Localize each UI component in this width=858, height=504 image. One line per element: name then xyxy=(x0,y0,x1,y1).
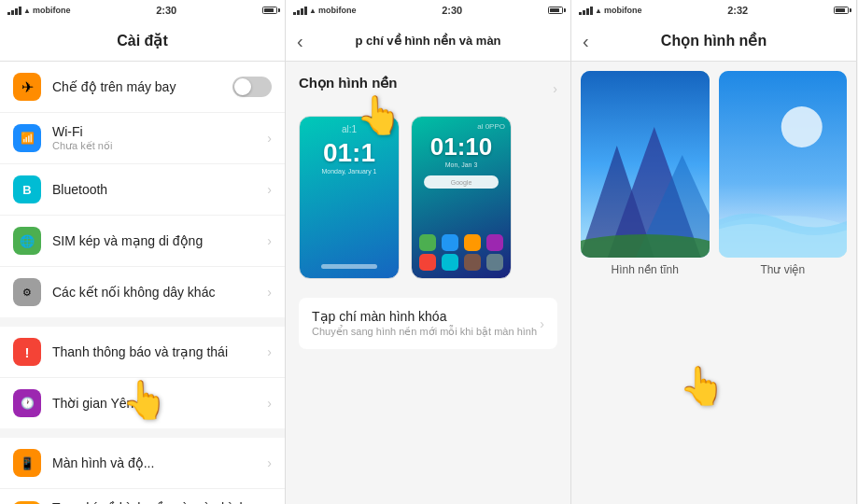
airplane-icon: ✈ xyxy=(13,73,41,101)
library-wallpaper-label: Thư viện xyxy=(760,263,805,276)
group-display: 📱 Màn hình và độ... › 🖼 Tạp chí về hình … xyxy=(0,438,285,504)
item-content-notifications: Thanh thông báo và trạng thái xyxy=(52,344,263,359)
item-content-airplane: Chế độ trên máy bay xyxy=(52,79,232,94)
preview-indicator-1 xyxy=(321,264,377,269)
panel-settings: ▲ mobifone 2:30 Cài đặt ✈ Chế độ trên má… xyxy=(0,0,286,504)
chevron-magazine: › xyxy=(540,316,544,331)
item-content-quiet: Thời gian Yên tĩnh xyxy=(52,396,263,411)
panel-wallpaper: ▲ mobifone 2:30 ‹ p chí về hình nền và m… xyxy=(286,0,571,504)
static-wallpaper-label: Hình nền tĩnh xyxy=(612,263,679,276)
item-wallpaper[interactable]: 🖼 Tạp chí về hình nền và màn hình khóa › xyxy=(0,489,285,504)
wallpaper-svg-library xyxy=(719,71,848,258)
section-title-choose: Chọn hình nền xyxy=(299,75,397,91)
item-label-sim: SIM kép và mạng di động xyxy=(52,233,263,248)
wallpaper-content: Chọn hình nền › al:1 01:1 Monday, Januar… xyxy=(286,62,570,504)
preview-time-2: 01:10 xyxy=(430,133,493,161)
app-4 xyxy=(486,234,503,251)
preview-search-label: Google xyxy=(451,179,472,186)
svg-point-6 xyxy=(781,106,822,147)
item-connections[interactable]: ⚙ Các kết nối không dây khác › xyxy=(0,267,285,317)
item-notifications[interactable]: ! Thanh thông báo và trạng thái › xyxy=(0,327,285,378)
preview-search-2: Google xyxy=(424,175,499,189)
battery-icon xyxy=(262,7,277,14)
item-sim[interactable]: 🌐 SIM kép và mạng di động › xyxy=(0,216,285,267)
item-wifi[interactable]: 📶 Wi-Fi Chưa kết nối › xyxy=(0,113,285,164)
battery-icon-2 xyxy=(548,7,563,14)
status-left-2: ▲ mobifone xyxy=(293,6,356,15)
choose-item-library[interactable]: Thư viện xyxy=(719,71,848,276)
app-2 xyxy=(442,234,458,251)
magazine-row[interactable]: Tạp chí màn hình khóa Chuyển sang hình n… xyxy=(299,298,557,349)
app-7 xyxy=(464,254,481,271)
app-6 xyxy=(442,254,458,271)
preview-lockscreen[interactable]: al:1 01:1 Monday, January 1 xyxy=(299,116,400,279)
toggle-knob xyxy=(234,78,251,95)
item-label-notifications: Thanh thông báo và trạng thái xyxy=(52,344,263,359)
carrier-icon-2: ▲ xyxy=(309,7,316,15)
item-content-sim: SIM kép và mạng di động xyxy=(52,233,263,248)
item-content-display: Màn hình và độ... xyxy=(52,455,263,470)
nav-bar-2: ‹ p chí về hình nền và màn xyxy=(286,21,570,62)
item-label-connections: Các kết nối không dây khác xyxy=(52,285,263,300)
battery-icon-3 xyxy=(834,7,849,14)
status-bar-1: ▲ mobifone 2:30 xyxy=(0,0,285,21)
app-3 xyxy=(464,234,481,251)
signal-icon xyxy=(7,7,21,15)
back-button-2[interactable]: ‹ xyxy=(297,32,303,50)
choose-wallpaper-row[interactable]: Chọn hình nền › xyxy=(299,75,557,103)
item-airplane[interactable]: ✈ Chế độ trên máy bay xyxy=(0,62,285,113)
chevron-quiet: › xyxy=(267,396,272,411)
back-button-3[interactable]: ‹ xyxy=(583,32,589,50)
thumb-library xyxy=(719,71,848,258)
wallpaper-grid: Hình nền tĩnh xyxy=(581,71,847,276)
choose-item-static[interactable]: Hình nền tĩnh xyxy=(581,71,710,276)
item-display[interactable]: 📱 Màn hình và độ... › xyxy=(0,438,285,489)
time-2: 2:30 xyxy=(442,5,462,16)
wallpaper-previews: al:1 01:1 Monday, January 1 al 0PPO 01:1… xyxy=(299,116,557,279)
panel-choose-wallpaper: ▲ mobifone 2:32 ‹ Chọn hình nền xyxy=(571,0,857,504)
time-3: 2:32 xyxy=(727,5,748,16)
page-title-2: p chí về hình nền và màn xyxy=(355,34,500,48)
page-title-1: Cài đặt xyxy=(117,32,167,49)
preview-homescreen[interactable]: al 0PPO 01:10 Mon, Jan 3 Google xyxy=(411,116,512,279)
preview-apps xyxy=(412,234,511,278)
item-content-connections: Các kết nối không dây khác xyxy=(52,285,263,300)
preview-status-2: al 0PPO xyxy=(477,122,511,131)
item-label-wallpaper: Tạp chí về hình nền và màn hình khóa xyxy=(52,500,263,504)
item-label-quiet: Thời gian Yên tĩnh xyxy=(52,396,263,411)
magazine-subtitle: Chuyển sang hình nền mới mỗi khi bật màn… xyxy=(312,326,537,338)
status-left-3: ▲ mobifone xyxy=(579,6,641,15)
notifications-icon: ! xyxy=(13,338,41,366)
airplane-toggle[interactable] xyxy=(232,77,272,97)
signal-icon-3 xyxy=(579,7,593,15)
thumb-static-bg xyxy=(581,71,710,258)
page-title-3: Chọn hình nền xyxy=(661,32,767,49)
nav-bar-1: Cài đặt xyxy=(0,21,285,62)
item-label-wifi: Wi-Fi xyxy=(52,124,263,139)
item-content-wifi: Wi-Fi Chưa kết nối xyxy=(52,124,263,152)
wifi-icon: 📶 xyxy=(13,124,41,152)
time-1: 2:30 xyxy=(156,5,176,16)
signal-icon-2 xyxy=(293,7,307,15)
carrier-name-2: mobifone xyxy=(318,6,357,15)
carrier-icon: ▲ xyxy=(23,7,31,15)
app-8 xyxy=(486,254,503,271)
status-bar-3: ▲ mobifone 2:32 xyxy=(571,0,856,21)
bluetooth-icon: B xyxy=(13,175,41,203)
preview-date-2: Mon, Jan 3 xyxy=(445,161,478,168)
item-content-bluetooth: Bluetooth xyxy=(52,182,263,197)
preview-status-1: al:1 xyxy=(342,124,357,134)
chevron-choose: › xyxy=(553,81,557,96)
quiet-icon: 🕐 xyxy=(13,389,41,417)
item-label-bluetooth: Bluetooth xyxy=(52,182,263,197)
status-left-1: ▲ mobifone xyxy=(7,6,70,15)
item-sublabel-wifi: Chưa kết nối xyxy=(52,140,263,152)
preview-screen-1: al:1 01:1 Monday, January 1 xyxy=(300,117,399,278)
chevron-bluetooth: › xyxy=(267,182,272,197)
thumb-static xyxy=(581,71,710,258)
item-content-wallpaper: Tạp chí về hình nền và màn hình khóa xyxy=(52,500,263,504)
item-quiet[interactable]: 🕐 Thời gian Yên tĩnh › xyxy=(0,378,285,428)
item-bluetooth[interactable]: B Bluetooth › xyxy=(0,164,285,216)
settings-list: ✈ Chế độ trên máy bay 📶 Wi-Fi Chưa kết n… xyxy=(0,62,285,504)
app-5 xyxy=(419,254,436,271)
